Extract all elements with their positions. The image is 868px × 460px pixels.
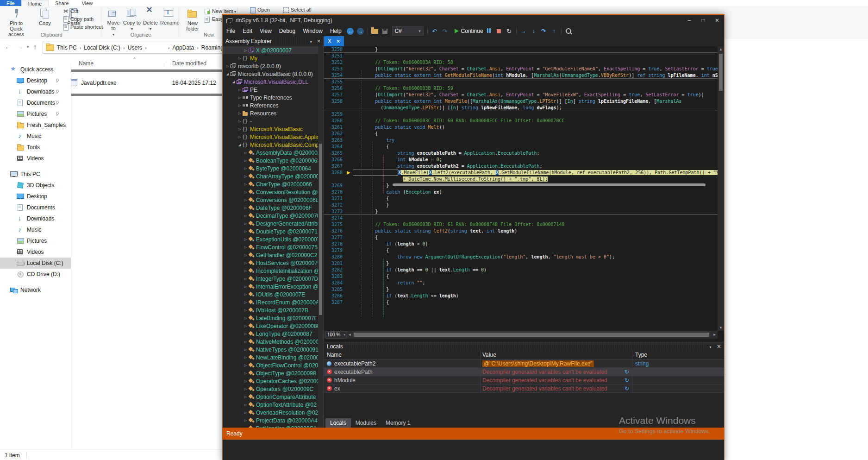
breakpoint-gutter[interactable] [345, 105, 353, 111]
ribbon-button-pin-to-quick-access[interactable]: Pin to Quick access [3, 7, 30, 31]
locals-col-value[interactable]: Value [481, 351, 632, 359]
ribbon-tab-file[interactable]: File [0, 0, 21, 6]
tree-vertical-scrollbar[interactable] [318, 46, 323, 432]
tree-expander-icon[interactable]: ▷ [237, 104, 242, 107]
locals-row[interactable]: executablePath2@"C:\Users\shing\Desktop\… [324, 359, 724, 368]
tree-expander-icon[interactable]: ▷ [243, 206, 248, 210]
breadcrumb[interactable]: This PC›Local Disk (C:)›Users››AppData›R… [43, 42, 222, 54]
breadcrumb-segment[interactable]: Local Disk (C:) [81, 44, 123, 51]
locals-row[interactable]: ×executablePathDecompiler generated vari… [324, 368, 724, 376]
document-tab[interactable]: X ✕ [324, 36, 344, 46]
navigate-back-button[interactable]: ← [346, 26, 355, 36]
breadcrumb-segment[interactable]: Users [125, 44, 145, 51]
sidebar-item-this-pc[interactable]: This PC [0, 169, 71, 180]
refresh-icon[interactable]: ↻ [624, 377, 629, 384]
dnspy-title-bar[interactable]: dnSpy v6.1.8 (32-bit, .NET, Debugging) –… [223, 15, 724, 26]
restart-button[interactable]: ↻ [505, 26, 514, 36]
tree-item[interactable]: ▷DateType @0200006F [223, 204, 323, 212]
tree-item[interactable]: ◢Microsoft.VisualBasic.DLL [223, 78, 323, 86]
breadcrumb-segment[interactable]: This PC [54, 44, 80, 51]
tree-item[interactable]: ▷OperatorCaches @020000 [223, 377, 323, 385]
breakpoint-gutter[interactable] [345, 299, 353, 306]
sidebar-item-tools[interactable]: Tools [0, 142, 71, 153]
tree-item[interactable]: ▷LateBinding @0200007F [223, 314, 323, 322]
recent-dropdown-icon[interactable]: ▾ [27, 44, 29, 49]
sidebar-item-videos[interactable]: Videos [0, 246, 71, 258]
close-button[interactable]: ✕ [710, 15, 724, 25]
minimize-button[interactable]: – [682, 15, 696, 25]
breakpoint-gutter[interactable] [345, 85, 353, 92]
breakpoint-gutter[interactable] [345, 150, 353, 157]
tree-item[interactable]: ▷Operators @0200009C [223, 385, 323, 393]
sidebar-item-documents[interactable]: Documents [0, 202, 71, 213]
stop-debugging-button[interactable] [494, 26, 504, 36]
breakpoint-gutter[interactable] [345, 72, 353, 78]
locals-close-icon[interactable]: ✕ [717, 343, 721, 350]
ribbon-button-new-folder[interactable]: New folder [182, 7, 203, 31]
save-button[interactable] [381, 26, 390, 36]
tree-item[interactable]: ▷CharType @02000066 [223, 180, 323, 188]
tree-expander-icon[interactable]: ▷ [243, 411, 248, 415]
tree-item[interactable]: ▷References [223, 101, 323, 109]
tree-item[interactable]: ▷NewLateBinding @020000 [223, 353, 323, 361]
breakpoint-gutter[interactable] [345, 221, 353, 228]
code-line[interactable]: 3275 // Token: 0x0600003D RID: 61 RVA: 0… [324, 221, 718, 228]
menu-help[interactable]: Help [326, 26, 345, 36]
breakpoint-gutter[interactable] [345, 157, 353, 163]
tree-expander-icon[interactable]: ▷ [243, 395, 248, 399]
breakpoint-gutter[interactable] [345, 202, 353, 208]
tree-expander-icon[interactable]: ▷ [243, 364, 248, 367]
scrollbar-thumb[interactable] [319, 144, 322, 315]
breakpoint-gutter[interactable] [345, 66, 353, 72]
code-line[interactable]: 3278 if (length < 0) [324, 241, 718, 247]
menu-view[interactable]: View [256, 26, 275, 36]
tree-item[interactable]: ▷IVbHost @0200007B [223, 306, 323, 314]
column-header-date[interactable]: Date modified [172, 60, 206, 67]
scrollbar-thumb[interactable] [719, 54, 723, 91]
tree-expander-icon[interactable]: ▷ [243, 198, 248, 202]
breakpoint-gutter[interactable] [345, 241, 353, 247]
breakpoint-gutter[interactable] [345, 137, 353, 144]
tree-item[interactable]: ▷IncompleteInitialization @ [223, 267, 323, 275]
tree-item[interactable]: ▷ExceptionUtils @02000073 [223, 235, 323, 243]
tree-item[interactable]: ▷DecimalType @02000070 [223, 212, 323, 220]
h-scrollbar-thumb[interactable] [354, 333, 709, 337]
panel-dropdown-icon[interactable]: ▾ [310, 40, 312, 44]
sidebar-item-quick-access[interactable]: Quick access [0, 64, 71, 75]
sidebar-item-fresh-samples[interactable]: Fresh_Samples [0, 120, 71, 131]
breakpoint-gutter[interactable] [345, 267, 353, 273]
tree-item[interactable]: ▷DoubleType @02000071 [223, 227, 323, 235]
tree-expander-icon[interactable]: ▷ [237, 112, 242, 115]
tree-item[interactable]: ▷InternalErrorException @0 [223, 283, 323, 290]
sidebar-item-music[interactable]: Music [0, 224, 71, 235]
tab-locals[interactable]: Locals [325, 418, 351, 428]
code-line[interactable]: 3277 { [324, 234, 718, 241]
code-view[interactable]: 3250 }32513252 // Token: 0x0600003A RID:… [324, 46, 718, 331]
tree-expander-icon[interactable]: ▷ [237, 88, 242, 92]
tree-item[interactable]: ▷ObjectFlowControl @0200 [223, 361, 323, 369]
breakpoint-gutter[interactable] [345, 215, 353, 221]
tree-item[interactable]: ▷LikeOperator @02000080 [223, 322, 323, 330]
sidebar-item-3d-objects[interactable]: 3D Objects [0, 180, 71, 191]
menu-window[interactable]: Window [299, 26, 326, 36]
refresh-icon[interactable]: ↻ [624, 369, 629, 375]
tree-item[interactable]: ▷CharArrayType @02000065 [223, 172, 323, 180]
tree-expander-icon[interactable]: ▷ [243, 419, 248, 422]
code-line[interactable]: 3271 { [324, 195, 718, 202]
ribbon-tab-view[interactable]: View [75, 0, 99, 6]
search-button[interactable] [564, 26, 573, 36]
tree-expander-icon[interactable]: ▷ [237, 96, 242, 100]
breakpoint-gutter[interactable] [345, 79, 353, 85]
tree-item[interactable]: ▷IntegerType @0200007D [223, 275, 323, 283]
tree-expander-icon[interactable]: ▷ [243, 269, 248, 273]
code-line[interactable]: 3258 public static extern int MoveFile([… [324, 98, 718, 105]
breakpoint-gutter[interactable] [345, 254, 353, 260]
breakpoint-gutter[interactable] [345, 98, 353, 105]
tree-expander-icon[interactable]: ▷ [243, 175, 248, 178]
tree-item[interactable]: ▷GetHandler @020000C2 [223, 251, 323, 259]
tree-item[interactable]: ▷NativeTypes @02000091 [223, 346, 323, 353]
breakpoint-gutter[interactable] [345, 260, 353, 267]
tree-item[interactable]: ▷Resources [223, 109, 323, 117]
ribbon-button-select-all[interactable]: Select all [283, 6, 312, 13]
sidebar-item-videos[interactable]: Videos [0, 153, 71, 164]
